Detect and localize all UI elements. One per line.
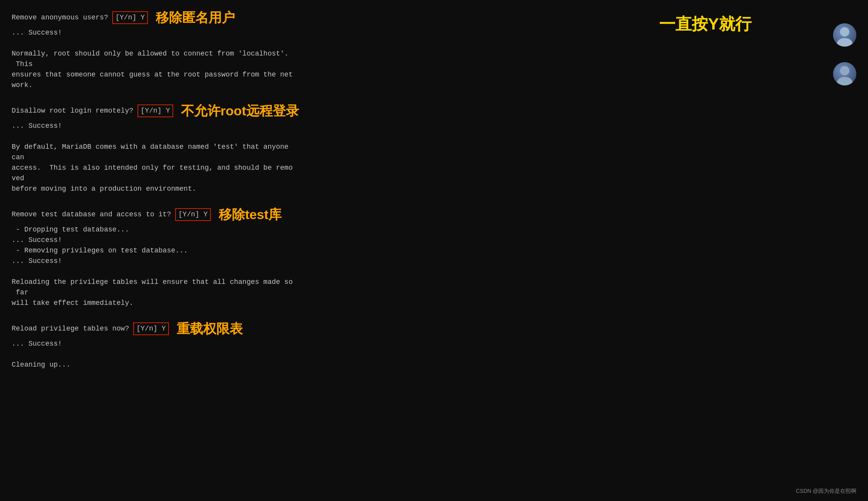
remove-anonymous-line: Remove anonymous users? [Y/n] Y — [12, 11, 148, 24]
ensures-line: ensures that someone cannot guess at the… — [12, 70, 338, 80]
success-4: ... Success! — [12, 256, 338, 266]
avatar-mid — [833, 62, 856, 85]
empty-6 — [12, 308, 338, 319]
avatar-top — [833, 23, 856, 47]
svg-point-1 — [837, 38, 852, 47]
empty-1 — [12, 38, 338, 49]
cleaning-line: Cleaning up... — [12, 360, 338, 370]
reload-privilege-section: Reload privilege tables now? [Y/n] Y 重载权… — [12, 319, 338, 339]
empty-4 — [12, 194, 338, 205]
remove-test-annotation: 移除test库 — [219, 205, 282, 224]
reload-prompt: Reload privilege tables now? — [12, 325, 129, 332]
reload-input: [Y/n] Y — [133, 322, 169, 335]
disallow-prompt: Disallow root login remotely? — [12, 107, 133, 115]
this-line: This — [12, 59, 338, 70]
remove-anonymous-annotation: 移除匿名用户 — [156, 8, 235, 28]
reload-annotation: 重载权限表 — [177, 319, 243, 339]
svg-point-2 — [840, 66, 849, 75]
one-press-y-annotation: 一直按Y就行 — [659, 12, 751, 36]
remove-anonymous-section: Remove anonymous users? [Y/n] Y 移除匿名用户 — [12, 8, 338, 28]
success-2: ... Success! — [12, 121, 338, 131]
remove-test-line: Remove test database and access to it? [… — [12, 208, 211, 221]
remove-test-input: [Y/n] Y — [175, 208, 211, 221]
success-1: ... Success! — [12, 28, 338, 38]
before-line: before moving into a production environm… — [12, 184, 338, 194]
remove-test-prompt: Remove test database and access to it? — [12, 210, 171, 218]
svg-point-3 — [837, 77, 852, 85]
ved-line: ved — [12, 173, 338, 184]
will-line: will take effect immediately. — [12, 298, 338, 308]
reload-line: Reload privilege tables now? [Y/n] Y — [12, 322, 169, 335]
removing-line: - Removing privileges on test database..… — [12, 245, 338, 256]
access-line: access. This is also intended only for t… — [12, 163, 338, 173]
success-3: ... Success! — [12, 235, 338, 245]
disallow-root-annotation: 不允许root远程登录 — [181, 101, 299, 121]
success-5: ... Success! — [12, 339, 338, 349]
remove-anonymous-prompt: Remove anonymous users? — [12, 14, 108, 21]
remove-anonymous-input: [Y/n] Y — [112, 11, 148, 24]
work-line: work. — [12, 80, 338, 90]
remove-test-section: Remove test database and access to it? [… — [12, 205, 338, 224]
disallow-line: Disallow root login remotely? [Y/n] Y — [12, 104, 173, 117]
watermark: CSDN @因为你是在熙啊 — [796, 487, 856, 495]
empty-3 — [12, 131, 338, 142]
empty-5 — [12, 266, 338, 277]
empty-7 — [12, 349, 338, 360]
reloading-line: Reloading the privilege tables will ensu… — [12, 277, 338, 287]
disallow-root-section: Disallow root login remotely? [Y/n] Y 不允… — [12, 101, 338, 121]
normally-line: Normally, root should only be allowed to… — [12, 49, 338, 59]
disallow-input: [Y/n] Y — [137, 104, 173, 117]
dropping-line: - Dropping test database... — [12, 224, 338, 235]
svg-point-0 — [840, 27, 849, 37]
terminal-output: Remove anonymous users? [Y/n] Y 移除匿名用户 .… — [0, 0, 350, 378]
far-line: far — [12, 287, 338, 298]
can-line: can — [12, 152, 338, 163]
empty-2 — [12, 90, 338, 101]
bydefault-line: By default, MariaDB comes with a databas… — [12, 142, 338, 152]
